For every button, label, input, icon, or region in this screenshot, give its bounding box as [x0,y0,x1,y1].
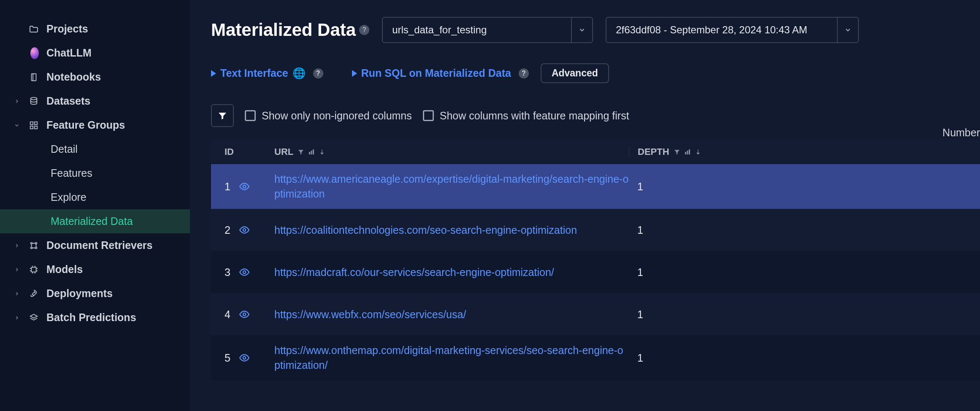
svg-point-9 [31,247,32,249]
table-row[interactable]: 3 https://madcraft.co/our-services/searc… [211,251,980,293]
svg-point-22 [243,313,246,316]
retriever-icon [29,241,39,250]
chevron-right-icon [13,291,21,297]
sidebar-label: Notebooks [46,71,101,83]
sidebar: Projects ChatLLM Notebooks Datasets [0,0,190,411]
chevron-right-icon [13,243,21,249]
sidebar-item-datasets[interactable]: Datasets [0,89,190,113]
row-depth: 1 [637,224,643,236]
eye-icon[interactable] [239,267,250,278]
chevron-down-icon[interactable] [571,18,592,42]
link-label: Text Interface [220,67,288,79]
row-url[interactable]: https://www.webfx.com/seo/services/usa/ [274,307,466,322]
funnel-icon[interactable] [674,149,680,155]
sidebar-item-document-retrievers[interactable]: Document Retrievers [0,233,190,257]
bar-chart-icon[interactable] [684,148,691,156]
version-select-value: 2f63ddf08 - September 28, 2024 10:43 AM [606,18,837,42]
svg-point-21 [243,271,246,274]
svg-rect-0 [32,73,36,81]
sidebar-sub-explore[interactable]: Explore [0,185,190,209]
row-depth: 1 [637,308,643,321]
svg-point-20 [243,229,246,232]
dataset-select[interactable]: urls_data_for_testing [382,17,593,43]
main-content: Materialized Data ? urls_data_for_testin… [190,0,980,411]
help-icon[interactable]: ? [519,68,529,78]
sidebar-item-models[interactable]: Models [0,257,190,281]
globe-icon: 🌐 [292,67,306,79]
arrow-down-icon[interactable] [695,149,701,155]
row-id: 1 [225,181,230,193]
svg-point-19 [243,185,246,188]
svg-point-7 [31,242,32,244]
bar-chart-icon[interactable] [308,148,315,156]
row-id: 2 [225,224,230,236]
sidebar-item-projects[interactable]: Projects [0,17,190,41]
svg-rect-13 [309,152,310,154]
eye-icon[interactable] [239,224,250,235]
row-depth: 1 [637,352,643,364]
version-select[interactable]: 2f63ddf08 - September 28, 2024 10:43 AM [606,17,859,43]
sidebar-label: Materialized Data [51,215,133,227]
sidebar-sub-detail[interactable]: Detail [0,137,190,161]
column-header-url[interactable]: URL [274,146,629,157]
sidebar-item-batch-predictions[interactable]: Batch Predictions [0,306,190,330]
chevron-down-icon[interactable] [837,18,858,42]
dataset-select-value: urls_data_for_testing [383,18,571,42]
svg-point-23 [243,357,246,360]
text-interface-link[interactable]: Text Interface 🌐 ? [211,67,323,79]
notebook-icon [29,73,39,82]
avatar-icon [29,47,39,59]
help-icon[interactable]: ? [313,68,323,78]
sidebar-item-deployments[interactable]: Deployments [0,281,190,306]
sidebar-sub-materialized[interactable]: Materialized Data [0,209,190,233]
eye-icon[interactable] [239,309,250,320]
row-depth: 1 [637,266,643,279]
row-url[interactable]: https://www.onthemap.com/digital-marketi… [274,343,629,373]
svg-rect-17 [687,151,688,154]
svg-rect-11 [32,267,36,272]
checkbox-non-ignored[interactable]: Show only non-ignored columns [245,110,412,122]
folder-icon [29,24,39,34]
funnel-icon [217,111,227,121]
table-row[interactable]: 4 https://www.webfx.com/seo/services/usa… [211,293,980,335]
filter-button[interactable] [211,104,234,127]
page-title: Materialized Data [211,20,356,40]
sidebar-item-feature-groups[interactable]: Feature Groups [0,113,190,137]
svg-rect-3 [30,122,33,124]
svg-marker-12 [30,314,38,318]
row-url[interactable]: https://coalitiontechnologies.com/seo-se… [274,223,577,238]
advanced-button[interactable]: Advanced [541,63,609,83]
table-header: ID URL DEPTH [211,140,980,164]
sidebar-item-notebooks[interactable]: Notebooks [0,65,190,89]
sidebar-item-workspace[interactable]: ChatLLM [0,41,190,65]
column-header-depth[interactable]: DEPTH [629,146,755,157]
sidebar-label: Deployments [46,287,113,300]
table-row[interactable]: 2 https://coalitiontechnologies.com/seo-… [211,209,980,251]
chevron-right-icon [13,267,21,273]
svg-rect-1 [32,73,33,81]
column-label: DEPTH [638,146,669,157]
row-url[interactable]: https://www.americaneagle.com/expertise/… [274,172,629,201]
help-icon[interactable]: ? [359,25,369,35]
chevron-right-icon [13,98,21,104]
arrow-down-icon[interactable] [319,149,325,155]
sidebar-sub-features[interactable]: Features [0,161,190,185]
svg-rect-14 [311,151,312,154]
table-row[interactable]: 1 https://www.americaneagle.com/expertis… [211,164,980,209]
column-header-id[interactable]: ID [211,146,274,157]
eye-icon[interactable] [239,352,250,363]
sidebar-label: Projects [46,23,88,35]
chevron-down-icon [13,122,21,128]
svg-rect-15 [313,149,314,154]
funnel-icon[interactable] [298,149,304,155]
data-table: ID URL DEPTH [211,140,980,380]
sidebar-label: Explore [51,191,87,203]
table-row[interactable]: 5 https://www.onthemap.com/digital-marke… [211,335,980,380]
sidebar-label: Datasets [46,95,90,107]
row-url[interactable]: https://madcraft.co/our-services/search-… [274,265,554,280]
eye-icon[interactable] [239,181,250,192]
row-id: 4 [225,308,230,321]
chip-icon [29,265,39,274]
run-sql-link[interactable]: Run SQL on Materialized Data ? [352,67,529,79]
checkbox-feature-first[interactable]: Show columns with feature mapping first [423,110,629,122]
